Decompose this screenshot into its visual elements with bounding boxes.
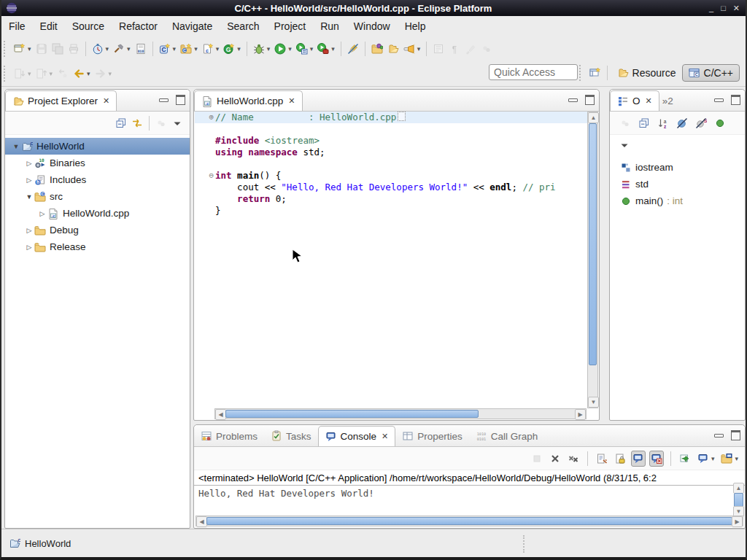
folded-region-box[interactable] (398, 112, 406, 121)
scrollbar-thumb[interactable] (589, 123, 597, 365)
debug-button[interactable]: ▾ (252, 41, 272, 57)
scroll-up-arrow[interactable]: ▲ (588, 112, 599, 123)
outline-hide-static-button[interactable]: S (694, 115, 708, 131)
coverage-button[interactable]: G▾ (222, 41, 242, 57)
tree-item-debug[interactable]: ▷Debug (5, 222, 190, 238)
dropdown-arrow-icon[interactable]: ▾ (331, 45, 335, 52)
back-button[interactable]: ▾ (71, 66, 92, 82)
dropdown-arrow-icon[interactable]: ▾ (127, 45, 131, 52)
close-icon[interactable]: ✕ (288, 96, 295, 106)
code-line-1[interactable]: ⊕// Name : HelloWorld.cpp (195, 112, 587, 123)
perspective-resource-button[interactable]: Resource (611, 65, 682, 81)
open-perspective-button[interactable] (588, 65, 603, 81)
new-c-file-button[interactable]: c▾ (201, 41, 221, 57)
fold-plus-icon[interactable]: ⊕ (195, 112, 215, 123)
maximize-view-button[interactable] (731, 430, 740, 440)
minimize-view-button[interactable] (159, 98, 169, 102)
menu-refactor[interactable]: Refactor (112, 18, 165, 35)
dropdown-arrow-icon[interactable]: ▾ (267, 45, 271, 52)
console-scroll-lock-button[interactable] (613, 451, 627, 467)
scroll-right-arrow[interactable]: ▶ (575, 409, 586, 420)
tab-properties[interactable]: Properties (395, 426, 469, 446)
expander-closed-icon[interactable]: ▷ (37, 210, 47, 217)
tree-item-release[interactable]: ▷Release (5, 238, 190, 255)
new-c-project-button[interactable]: C▾ (158, 41, 178, 57)
menu-help[interactable]: Help (398, 18, 433, 35)
scroll-up-arrow[interactable]: ▲ (733, 483, 744, 494)
console-vertical-scrollbar[interactable]: ▲ ▼ (733, 493, 744, 516)
run-config-button[interactable]: ▾ (295, 41, 315, 57)
expander-closed-icon[interactable]: ▷ (24, 244, 34, 251)
new-wizard-button[interactable]: ▾ (12, 41, 33, 57)
editor-vertical-scrollbar[interactable]: ▲ ▼ (587, 112, 598, 408)
build-button[interactable]: ▾ (112, 41, 132, 57)
console-open-console-button[interactable]: ▾ (719, 451, 740, 467)
outline-hide-nonpublic-button[interactable] (713, 115, 727, 131)
tab-problems[interactable]: Problems (194, 426, 264, 446)
tab-outline[interactable]: O ✕ (610, 90, 659, 111)
console-display-console-button[interactable]: ▾ (696, 451, 716, 467)
scrollbar-thumb[interactable] (225, 410, 479, 418)
menu-run[interactable]: Run (313, 18, 347, 35)
scroll-left-arrow[interactable]: ◀ (196, 516, 207, 527)
open-type-button[interactable] (370, 41, 384, 57)
tab-project-explorer[interactable]: Project Explorer ✕ (5, 90, 117, 111)
tree-item-binaries[interactable]: ▷10Binaries (5, 155, 190, 171)
console-show-stdout-button[interactable] (631, 451, 646, 467)
code-editor[interactable]: ⊕// Name : HelloWorld.cpp#include <iostr… (195, 112, 587, 408)
maximize-view-button[interactable] (731, 95, 740, 105)
explorer-view-menu-button[interactable] (170, 115, 185, 131)
maximize-view-button[interactable] (176, 95, 185, 105)
dropdown-arrow-icon[interactable]: ▾ (216, 45, 220, 52)
open-resource-button[interactable] (386, 41, 400, 57)
menu-window[interactable]: Window (347, 18, 398, 35)
code-line-2[interactable] (195, 123, 587, 135)
code-line-7[interactable]: cout << "Hello, Red Hat Developers World… (195, 182, 587, 193)
code-line-4[interactable]: using namespace std; (195, 147, 587, 158)
code-line-8[interactable]: return 0; (195, 193, 587, 205)
tree-item-helloworld[interactable]: ▼CHelloWorld (5, 138, 190, 155)
scroll-down-arrow[interactable]: ▼ (588, 397, 599, 408)
search-button[interactable]: ▾ (402, 41, 422, 57)
dropdown-arrow-icon[interactable]: ▾ (417, 45, 421, 52)
tree-item-helloworld-cpp[interactable]: ▷.cHelloWorld.cpp (5, 205, 190, 222)
tab-editor-helloworld[interactable]: .c HelloWorld.cpp ✕ (194, 90, 303, 111)
console-remove-launch-button[interactable] (548, 451, 562, 467)
maximize-button[interactable]: □ (721, 4, 726, 12)
fold-minus-icon[interactable]: ⊖ (195, 170, 215, 182)
expander-open-icon[interactable]: ▼ (24, 193, 34, 201)
minimize-view-button[interactable] (714, 98, 724, 102)
maximize-view-button[interactable] (585, 95, 595, 105)
explorer-link-editor-button[interactable] (130, 115, 144, 131)
close-button[interactable]: ✕ (733, 4, 740, 13)
scrollbar-thumb[interactable] (734, 493, 743, 508)
close-icon[interactable]: ✕ (646, 96, 652, 106)
minimize-view-button[interactable] (568, 98, 578, 102)
dropdown-arrow-icon[interactable]: ▾ (310, 45, 314, 52)
expander-closed-icon[interactable]: ▷ (24, 176, 34, 184)
console-output[interactable]: Hello, Red Hat Developers World! (194, 486, 745, 501)
expander-closed-icon[interactable]: ▷ (24, 227, 34, 234)
external-tools-button[interactable]: ▾ (316, 41, 336, 57)
minimize-view-button[interactable] (714, 434, 724, 438)
explorer-collapse-all-button[interactable] (114, 115, 128, 131)
dropdown-arrow-icon[interactable]: ▾ (711, 455, 715, 462)
scroll-right-arrow[interactable]: ▶ (732, 516, 743, 527)
new-cpp-project-button[interactable]: C▾ (179, 41, 199, 57)
code-line-6[interactable]: ⊖int main() { (195, 170, 587, 182)
scrollbar-thumb[interactable] (206, 517, 732, 525)
perspective-cpp-button[interactable]: C C/C++ (682, 64, 740, 82)
outline-collapse-all-button[interactable] (637, 115, 651, 131)
tree-item-src[interactable]: ▼Csrc (5, 188, 190, 205)
tree-item-includes[interactable]: ▷hIncludes (5, 171, 190, 188)
tab-console[interactable]: Console✕ (318, 426, 396, 446)
menu-navigate[interactable]: Navigate (165, 18, 220, 35)
profile-button[interactable]: ▾ (90, 41, 111, 57)
minimize-button[interactable]: _ (709, 4, 713, 12)
menu-file[interactable]: File (1, 18, 33, 35)
view-stack-overflow[interactable]: »2 (659, 90, 676, 111)
dropdown-arrow-icon[interactable]: ▾ (288, 45, 292, 52)
outline-item-iostream[interactable]: iostream (620, 159, 745, 176)
outline-item-main-[interactable]: main() : int (620, 192, 745, 209)
menu-source[interactable]: Source (65, 18, 112, 35)
